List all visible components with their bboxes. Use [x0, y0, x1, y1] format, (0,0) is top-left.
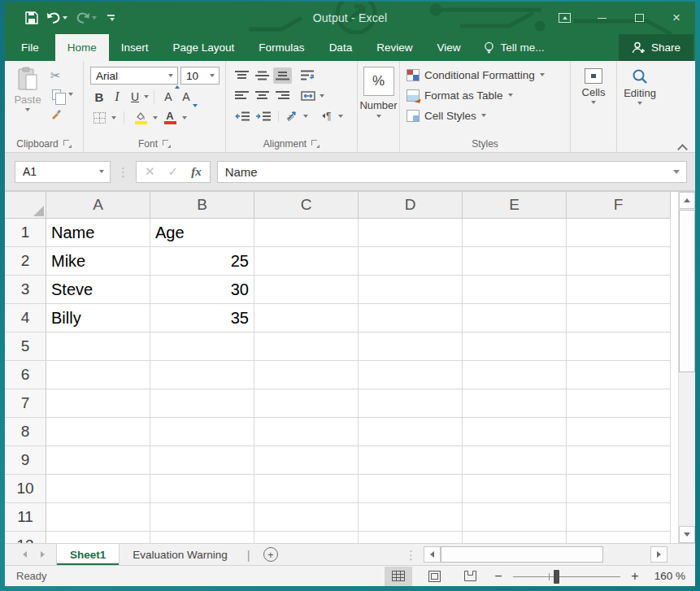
cell-C5[interactable] [254, 332, 359, 361]
undo-button[interactable] [44, 11, 70, 26]
increase-font-size-button[interactable]: A [159, 87, 177, 106]
vertical-scroll-track[interactable] [679, 372, 695, 526]
cell-B9[interactable] [150, 446, 254, 475]
customize-quick-access-button[interactable] [107, 15, 115, 21]
cancel-button[interactable]: ✕ [145, 164, 155, 179]
number-dropdown-caret[interactable] [376, 115, 381, 118]
cell-A9[interactable] [46, 446, 150, 475]
cell-E10[interactable] [463, 475, 567, 503]
new-sheet-button[interactable]: + [263, 544, 278, 565]
cell-E5[interactable] [463, 332, 567, 361]
tab-data[interactable]: Data [317, 34, 365, 61]
undo-dropdown-caret[interactable] [63, 16, 67, 20]
column-header-C[interactable]: C [254, 192, 359, 219]
copy-button[interactable] [50, 87, 73, 102]
paste-dropdown-caret[interactable] [25, 108, 30, 111]
cell-E6[interactable] [463, 361, 567, 389]
tab-formulas[interactable]: Formulas [246, 34, 316, 61]
cell-E8[interactable] [463, 418, 567, 446]
cell-A10[interactable] [46, 475, 150, 503]
next-sheet-button[interactable] [41, 551, 45, 558]
cell-E12[interactable] [463, 532, 567, 543]
cell-E3[interactable] [463, 276, 567, 304]
cell-C12[interactable] [254, 532, 359, 543]
cell-A2[interactable]: Mike [46, 247, 150, 276]
column-header-E[interactable]: E [463, 192, 567, 219]
scroll-up-button[interactable] [679, 192, 695, 209]
top-align-button[interactable] [233, 67, 251, 84]
cell-C4[interactable] [254, 304, 359, 332]
cell-E9[interactable] [463, 446, 567, 475]
font-size-combo[interactable]: 10 [180, 67, 220, 85]
formula-bar-grip[interactable]: ⋮ [117, 166, 129, 178]
cell-F2[interactable] [567, 247, 671, 276]
cells-dropdown-caret[interactable] [591, 101, 596, 104]
cell-B3[interactable]: 30 [150, 276, 254, 304]
format-painter-button[interactable] [50, 106, 73, 120]
close-button[interactable]: × [658, 2, 695, 34]
cell-C7[interactable] [254, 389, 359, 418]
horizontal-scrollbar[interactable] [424, 546, 667, 563]
alignment-dialog-launcher[interactable] [311, 140, 320, 148]
align-left-button[interactable] [233, 88, 251, 104]
cell-E11[interactable] [463, 503, 567, 532]
cell-D6[interactable] [359, 361, 463, 389]
tab-page-layout[interactable]: Page Layout [161, 34, 247, 61]
cell-A12[interactable] [46, 532, 150, 543]
cell-C3[interactable] [254, 276, 359, 304]
row-header-1[interactable]: 1 [5, 219, 46, 247]
column-header-A[interactable]: A [46, 192, 150, 219]
middle-align-button[interactable] [253, 67, 272, 84]
formula-bar-input[interactable]: Name [217, 161, 687, 183]
tell-me-box[interactable]: Tell me... [472, 34, 555, 61]
cell-D3[interactable] [359, 276, 463, 304]
underline-dropdown-caret[interactable] [144, 95, 149, 98]
row-header-6[interactable]: 6 [5, 361, 46, 389]
cell-C1[interactable] [254, 219, 359, 247]
cell-D9[interactable] [359, 446, 463, 475]
page-layout-view-button[interactable] [420, 567, 448, 586]
name-box-caret[interactable] [93, 170, 110, 173]
vertical-scroll-thumb[interactable] [679, 210, 695, 372]
cell-C6[interactable] [254, 361, 359, 389]
cell-C11[interactable] [254, 503, 359, 532]
cell-D8[interactable] [359, 418, 463, 446]
tab-view[interactable]: View [424, 34, 472, 61]
align-center-button[interactable] [253, 88, 272, 104]
borders-button[interactable] [90, 108, 108, 128]
editing-dropdown-caret[interactable] [637, 102, 642, 105]
cell-A7[interactable] [46, 389, 150, 418]
row-header-11[interactable]: 11 [5, 503, 46, 532]
cell-A5[interactable] [46, 332, 150, 361]
decrease-indent-button[interactable] [233, 108, 252, 124]
clipboard-dialog-launcher[interactable] [63, 140, 72, 148]
cell-A8[interactable] [46, 418, 150, 446]
tab-home[interactable]: Home [55, 34, 109, 61]
cell-B10[interactable] [150, 475, 254, 503]
format-as-table-button[interactable]: Format as Table [407, 87, 563, 103]
cell-D7[interactable] [359, 389, 463, 418]
cell-B5[interactable] [150, 332, 254, 361]
select-all-button[interactable] [5, 192, 46, 219]
merge-center-caret[interactable] [320, 94, 324, 98]
redo-dropdown-caret[interactable] [92, 16, 97, 20]
cell-B12[interactable] [150, 532, 254, 543]
row-header-12[interactable]: 12 [5, 532, 46, 543]
row-header-8[interactable]: 8 [5, 418, 46, 446]
cell-F5[interactable] [567, 332, 671, 361]
row-header-10[interactable]: 10 [5, 475, 46, 503]
decrease-font-size-button[interactable]: A [177, 87, 195, 106]
cell-F8[interactable] [567, 418, 671, 446]
cell-E7[interactable] [463, 389, 567, 418]
cell-A11[interactable] [46, 503, 150, 532]
cell-D12[interactable] [359, 532, 463, 543]
merge-center-button[interactable] [298, 88, 318, 104]
cell-D5[interactable] [359, 332, 463, 361]
cell-F12[interactable] [567, 532, 671, 543]
borders-dropdown-caret[interactable] [111, 116, 116, 120]
column-header-B[interactable]: B [150, 192, 254, 219]
cell-D1[interactable] [359, 219, 463, 247]
column-header-D[interactable]: D [359, 192, 463, 219]
previous-sheet-button[interactable] [23, 551, 27, 558]
page-break-preview-button[interactable] [456, 567, 484, 586]
